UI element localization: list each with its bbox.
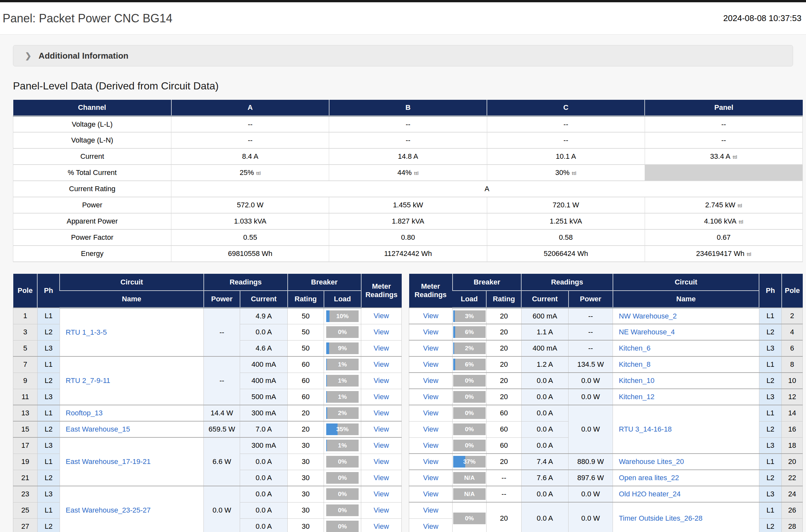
view-link[interactable]: View [423,312,438,320]
circuit-name-link[interactable]: NE Warehouse_4 [619,328,675,336]
meter-cell: View [409,324,453,340]
view-link[interactable]: View [373,377,389,385]
view-link[interactable]: View [423,360,438,368]
circuit-name-link[interactable]: East Warehouse_15 [66,425,130,433]
circuit-name-link[interactable]: Warehouse Lites_20 [619,457,684,466]
pole-cell: 21 [13,470,38,486]
table-row: View 3% 20 600 mA -- NW Warehouse_2 L1 2 [409,308,803,324]
table-row: % Total Current 25%ttl 44%ttl 30%ttl [13,165,803,181]
ph-cell: L3 [37,437,60,454]
rating-cell: 60 [486,437,521,454]
ph-cell: L3 [759,340,782,356]
view-link[interactable]: View [373,522,389,530]
pole-cell: 15 [13,421,38,437]
view-link[interactable]: View [423,474,438,482]
table-row: View N/A -- 0.0 A 0.0 W Old H2O heater_2… [409,486,803,502]
view-link[interactable]: View [423,441,438,449]
circuit-name-link[interactable]: East Warehouse_17-19-21 [66,457,151,466]
view-link[interactable]: View [423,328,438,336]
load-bar: 35% [326,423,359,435]
circuit-name-link[interactable]: Kitchen_6 [619,344,651,352]
current-cell: 0.0 A [521,437,568,454]
ttl-badge: ttl [737,203,742,208]
pole-cell: 24 [782,486,803,502]
pole-cell: 14 [782,405,803,421]
circuit-name-link[interactable]: RTU 1_1-3-5 [66,328,107,336]
pole-cell: 22 [782,470,803,486]
view-link[interactable]: View [423,490,438,498]
view-link[interactable]: View [373,360,389,368]
pole-cell: 17 [13,437,38,454]
meter-cell: View [409,454,453,470]
circuit-name-link[interactable]: RTU 2_7-9-11 [66,377,110,385]
view-link[interactable]: View [373,344,389,352]
ph-cell: L3 [37,486,60,502]
pole-cell: 13 [13,405,38,421]
load-bar: 0% [326,488,359,500]
view-link[interactable]: View [373,506,389,514]
view-link[interactable]: View [423,344,438,352]
view-link[interactable]: View [373,441,389,449]
current-cell: 0.0 A [240,502,288,518]
circuit-name-link[interactable]: Kitchen_10 [619,377,654,385]
view-link[interactable]: View [373,328,389,336]
load-bar: 3% [453,310,486,322]
circuit-name-link[interactable]: RTU 3_14-16-18 [619,425,672,433]
row-label: Apparent Power [13,213,171,229]
current-cell: 7.0 A [240,421,288,437]
view-link[interactable]: View [373,474,389,482]
value-cell: 0.80 [329,229,487,246]
table-row: Power 572.0 W 1.455 kW 720.1 W 2.745 kWt… [13,197,803,213]
current-cell: 0.0 A [240,518,288,532]
view-link[interactable]: View [373,393,389,401]
view-link[interactable]: View [423,377,438,385]
load-cell: 0% [453,389,486,405]
circuit-name-link[interactable]: East Warehouse_23-25-27 [66,506,151,514]
table-row: View 0% 20 0.0 A 0.0 W Kitchen_10 L2 10 [409,373,803,389]
rating-cell: 30 [288,470,324,486]
load-bar: 0% [453,423,486,435]
current-cell: 0.0 A [521,373,568,389]
circuit-name-link[interactable]: Old H2O heater_24 [619,490,680,498]
view-link[interactable]: View [423,522,438,530]
view-link[interactable]: View [423,506,438,514]
group-header-breaker: Breaker [288,274,361,291]
col-header-current: Current [240,291,288,308]
circuit-name-cell: RTU 3_14-16-18 [613,405,759,454]
pole-cell: 12 [782,389,803,405]
current-cell: 7.4 A [521,454,568,470]
group-header-circuit: Circuit [613,274,759,291]
meter-cell: View [361,437,402,454]
table-row: 1 L1 RTU 1_1-3-5 -- 4.9 A 50 10% View [13,308,402,324]
col-header-b: B [329,100,487,116]
pole-cell: 1 [13,308,38,324]
view-link[interactable]: View [373,490,389,498]
value-cell: A [171,181,803,197]
col-header-a: A [171,100,329,116]
view-link[interactable]: View [373,312,389,320]
view-link[interactable]: View [373,425,389,433]
additional-information-toggle[interactable]: ❯ Additional Information [13,45,793,66]
ph-cell: L3 [37,340,60,356]
circuit-name-link[interactable]: NW Warehouse_2 [619,312,677,320]
circuit-name-cell: RTU 1_1-3-5 [60,308,204,356]
view-link[interactable]: View [423,393,438,401]
circuit-name-cell: Warehouse Lites_20 [613,454,759,470]
load-bar: 6% [453,326,486,338]
view-link[interactable]: View [423,409,438,417]
view-link[interactable]: View [373,457,389,466]
view-link[interactable]: View [423,457,438,466]
pole-cell: 7 [13,356,38,373]
circuit-name-link[interactable]: Timer Outside Lites_26-28 [619,514,702,522]
meter-cell: View [409,308,453,324]
view-link[interactable]: View [373,409,389,417]
circuit-name-link[interactable]: Open area lites_22 [619,474,679,482]
value-cell: 234619417 Whttl [645,246,802,262]
load-cell: N/A [453,486,486,502]
table-row: 23 L3 East Warehouse_23-25-27 0.0 W 0.0 … [13,486,402,502]
value-cell: 572.0 W [171,197,329,213]
circuit-name-link[interactable]: Rooftop_13 [66,409,103,417]
circuit-name-link[interactable]: Kitchen_12 [619,393,654,401]
view-link[interactable]: View [423,425,438,433]
circuit-name-link[interactable]: Kitchen_8 [619,360,651,368]
